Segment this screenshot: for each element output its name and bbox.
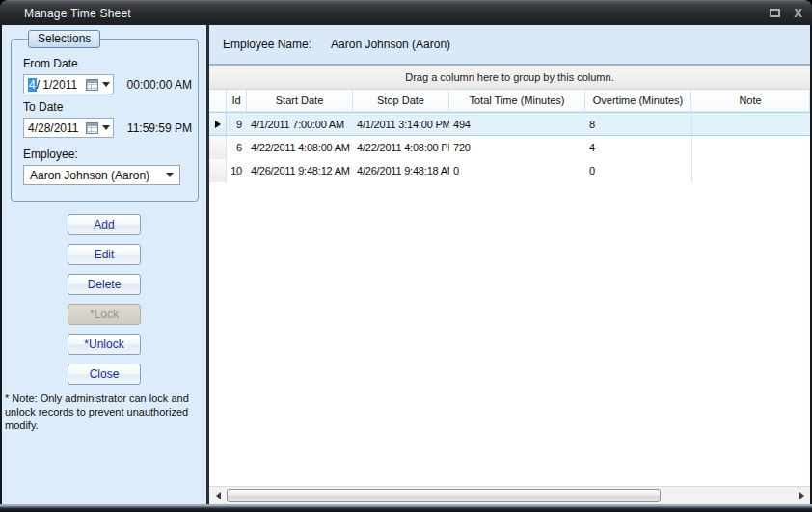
- employee-name-value: Aaron Johnson (Aaron): [331, 38, 450, 51]
- employee-dropdown[interactable]: Aaron Johnson (Aaron): [23, 165, 180, 185]
- row-indicator: [209, 136, 227, 159]
- title-bar[interactable]: Manage Time Sheet X: [0, 0, 812, 25]
- employee-label: Employee:: [23, 148, 192, 161]
- cell-total-time[interactable]: 494: [449, 113, 585, 135]
- scroll-left-icon[interactable]: [211, 489, 225, 503]
- selections-groupbox: Selections From Date 4 / 1/2011 00:00:00…: [11, 39, 199, 202]
- horizontal-scrollbar[interactable]: [209, 486, 810, 504]
- cell-total-time[interactable]: 0: [449, 159, 585, 182]
- admin-note: * Note: Only administrator can lock and …: [5, 391, 203, 432]
- window-bottom-frame: [0, 504, 812, 512]
- table-row[interactable]: 10 4/26/2011 9:48:12 AM 4/26/2011 9:48:1…: [209, 159, 810, 182]
- from-time-label: 00:00:00 AM: [127, 78, 192, 92]
- edit-button[interactable]: Edit: [68, 244, 141, 265]
- to-time-label: 11:59:59 PM: [127, 121, 192, 135]
- to-date-picker[interactable]: 4/28/2011: [23, 118, 114, 138]
- selections-sidebar: Selections From Date 4 / 1/2011 00:00:00…: [2, 25, 209, 504]
- group-by-drop-zone[interactable]: Drag a column here to group by this colu…: [209, 66, 810, 90]
- cell-start-date[interactable]: 4/22/2011 4:08:00 AM: [247, 136, 353, 159]
- row-arrow-icon: [215, 121, 221, 128]
- table-row[interactable]: 6 4/22/2011 4:08:00 AM 4/22/2011 4:08:00…: [209, 136, 810, 159]
- from-date-selected-segment[interactable]: 4: [28, 78, 37, 92]
- calendar-icon[interactable]: [86, 122, 98, 134]
- grid-empty-area: [209, 182, 810, 486]
- scrollbar-thumb[interactable]: [227, 489, 661, 502]
- action-buttons: Add Edit Delete *Lock *Unlock Close: [2, 214, 206, 385]
- window-content: Selections From Date 4 / 1/2011 00:00:00…: [0, 25, 812, 504]
- window-title: Manage Time Sheet: [24, 7, 131, 20]
- column-header-stop-date[interactable]: Stop Date: [353, 90, 449, 111]
- window-controls: X: [770, 7, 802, 19]
- cell-id[interactable]: 6: [227, 136, 247, 159]
- from-date-value[interactable]: / 1/2011: [37, 78, 77, 92]
- to-date-value[interactable]: 4/28/2011: [28, 121, 79, 135]
- employee-name-band: Employee Name: Aaron Johnson (Aaron): [209, 25, 810, 66]
- cell-overtime[interactable]: 4: [585, 136, 691, 159]
- selected-row-indicator: [209, 113, 227, 135]
- cell-overtime[interactable]: 0: [585, 159, 691, 182]
- manage-time-sheet-window: Manage Time Sheet X Selections From Date…: [0, 0, 812, 512]
- from-date-label: From Date: [23, 57, 192, 70]
- cell-start-date[interactable]: 4/1/2011 7:00:00 AM: [247, 113, 353, 135]
- calendar-icon[interactable]: [86, 79, 98, 91]
- cell-stop-date[interactable]: 4/1/2011 3:14:00 PM: [353, 113, 449, 135]
- cell-start-date[interactable]: 4/26/2011 9:48:12 AM: [247, 159, 353, 182]
- maximize-icon[interactable]: [770, 9, 780, 17]
- chevron-down-icon: [166, 173, 174, 177]
- unlock-button[interactable]: *Unlock: [68, 334, 141, 355]
- cell-note[interactable]: [691, 113, 810, 135]
- lock-button: *Lock: [68, 304, 141, 325]
- close-icon[interactable]: X: [794, 7, 802, 19]
- row-indicator-header: [209, 90, 227, 111]
- from-date-row: 4 / 1/2011 00:00:00 AM: [23, 74, 192, 94]
- scroll-right-icon[interactable]: [795, 489, 808, 503]
- cell-total-time[interactable]: 720: [449, 136, 585, 159]
- column-header-note[interactable]: Note: [691, 90, 810, 111]
- cell-note[interactable]: [691, 136, 810, 159]
- selections-group-label: Selections: [28, 30, 100, 48]
- cell-id[interactable]: 9: [227, 113, 247, 135]
- chevron-down-icon[interactable]: [102, 82, 110, 87]
- cell-stop-date[interactable]: 4/22/2011 4:08:00 PM: [353, 136, 449, 159]
- main-panel: Employee Name: Aaron Johnson (Aaron) Dra…: [209, 25, 810, 504]
- column-header-overtime[interactable]: Overtime (Minutes): [585, 90, 691, 111]
- add-button[interactable]: Add: [68, 214, 141, 235]
- close-button[interactable]: Close: [68, 364, 141, 385]
- row-indicator: [209, 159, 227, 182]
- cell-stop-date[interactable]: 4/26/2011 9:48:18 AM: [353, 159, 449, 182]
- table-row[interactable]: 9 4/1/2011 7:00:00 AM 4/1/2011 3:14:00 P…: [209, 112, 810, 136]
- column-header-id[interactable]: Id: [227, 90, 247, 111]
- cell-note[interactable]: [691, 159, 810, 182]
- employee-dropdown-value: Aaron Johnson (Aaron): [30, 169, 149, 182]
- chevron-down-icon[interactable]: [102, 125, 110, 130]
- grid-header-row: Id Start Date Stop Date Total Time (Minu…: [209, 90, 810, 112]
- from-date-picker[interactable]: 4 / 1/2011: [23, 74, 114, 94]
- column-header-start-date[interactable]: Start Date: [247, 90, 353, 111]
- to-date-row: 4/28/2011 11:59:59 PM: [23, 118, 192, 138]
- cell-id[interactable]: 10: [227, 159, 247, 182]
- group-by-hint: Drag a column here to group by this colu…: [405, 71, 613, 83]
- employee-name-label: Employee Name:: [223, 38, 311, 51]
- delete-button[interactable]: Delete: [68, 274, 141, 295]
- column-header-total-time[interactable]: Total Time (Minutes): [449, 90, 585, 111]
- cell-overtime[interactable]: 8: [585, 113, 691, 135]
- to-date-label: To Date: [23, 100, 192, 114]
